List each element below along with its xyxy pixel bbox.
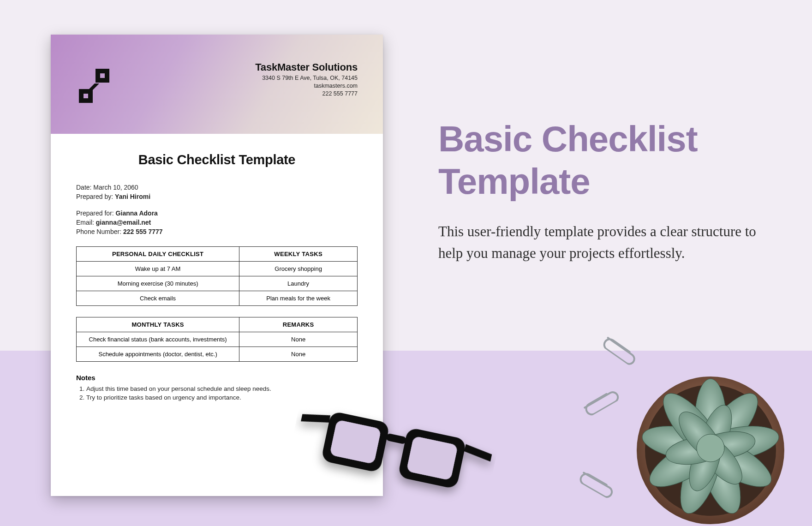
meta-date-value: March 10, 2060 — [93, 184, 138, 191]
meta-prepared-for-label: Prepared for: — [76, 209, 114, 217]
table-row: PERSONAL DAILY CHECKLIST WEEKLY TASKS — [77, 247, 358, 262]
document-title: Basic Checklist Template — [76, 152, 358, 167]
notes-heading: Notes — [76, 374, 358, 382]
table-row: Wake up at 7 AM Grocery shopping — [77, 262, 358, 276]
table-row: MONTHLY TASKS REMARKS — [77, 317, 358, 332]
meta-phone-label: Phone Number: — [76, 228, 121, 235]
cell: None — [239, 347, 358, 362]
cell: Check financial status (bank accounts, i… — [77, 332, 239, 347]
company-block: TaskMaster Solutions 3340 S 79th E Ave, … — [255, 61, 358, 97]
stage: TaskMaster Solutions 3340 S 79th E Ave, … — [0, 0, 812, 526]
meta-prepared-for: Prepared for: Gianna Adora — [76, 209, 358, 217]
company-phone: 222 555 7777 — [255, 90, 358, 97]
table-daily-weekly: PERSONAL DAILY CHECKLIST WEEKLY TASKS Wa… — [76, 246, 358, 306]
table-head-weekly: WEEKLY TASKS — [239, 247, 358, 262]
cell: Check emails — [77, 291, 239, 306]
promo-block: Basic Checklist Template This user-frien… — [438, 118, 780, 264]
table-head-remarks: REMARKS — [239, 317, 358, 332]
meta-date: Date: March 10, 2060 — [76, 184, 358, 191]
cell: Grocery shopping — [239, 262, 358, 276]
promo-title: Basic Checklist Template — [438, 118, 780, 203]
meta-prepared-by: Prepared by: Yani Hiromi — [76, 193, 358, 200]
document-header: TaskMaster Solutions 3340 S 79th E Ave, … — [51, 35, 383, 134]
meta-prepared-by-label: Prepared by: — [76, 193, 113, 200]
cell: Schedule appointments (doctor, dentist, … — [77, 347, 239, 362]
table-monthly-remarks: MONTHLY TASKS REMARKS Check financial st… — [76, 317, 358, 362]
meta-phone: Phone Number: 222 555 7777 — [76, 228, 358, 235]
company-address: 3340 S 79th E Ave, Tulsa, OK, 74145 — [255, 75, 358, 81]
cell: Morning exercise (30 minutes) — [77, 276, 239, 291]
succulent-plant-icon — [627, 363, 794, 526]
company-name: TaskMaster Solutions — [255, 61, 358, 73]
meta-email-label: Email: — [76, 219, 94, 226]
company-logo-icon — [76, 68, 112, 106]
cell: Plan meals for the week — [239, 291, 358, 306]
svg-point-31 — [697, 434, 724, 462]
table-head-monthly: MONTHLY TASKS — [77, 317, 239, 332]
meta-prepared-by-value: Yani Hiromi — [115, 193, 150, 200]
meta-prepared-for-value: Gianna Adora — [116, 209, 158, 217]
table-row: Check emails Plan meals for the week — [77, 291, 358, 306]
document-body: Basic Checklist Template Date: March 10,… — [51, 134, 383, 401]
table-row: Morning exercise (30 minutes) Laundry — [77, 276, 358, 291]
table-row: Schedule appointments (doctor, dentist, … — [77, 347, 358, 362]
svg-rect-3 — [96, 69, 100, 83]
cell: Wake up at 7 AM — [77, 262, 239, 276]
table-head-daily: PERSONAL DAILY CHECKLIST — [77, 247, 239, 262]
meta-date-label: Date: — [76, 184, 91, 191]
meta-email: Email: gianna@email.net — [76, 219, 358, 226]
company-website: taskmasters.com — [255, 83, 358, 89]
cell: None — [239, 332, 358, 347]
svg-rect-13 — [386, 433, 407, 445]
meta-email-value: gianna@email.net — [96, 219, 151, 226]
cell: Laundry — [239, 276, 358, 291]
meta-phone-value: 222 555 7777 — [123, 228, 163, 235]
promo-body: This user-friendly template provides a c… — [438, 221, 780, 264]
table-row: Check financial status (bank accounts, i… — [77, 332, 358, 347]
